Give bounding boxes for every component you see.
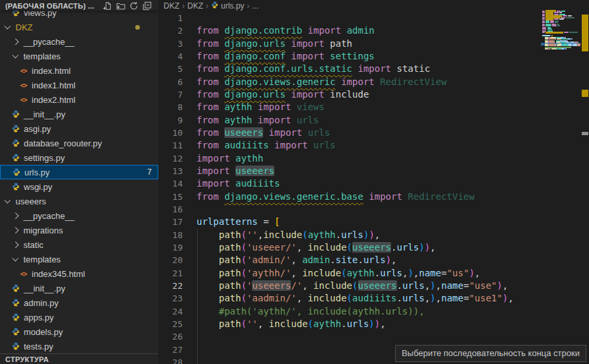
code-token: audiiits [352, 293, 396, 303]
code-token: aythh [235, 153, 263, 164]
minimap-line-bar [551, 35, 551, 36]
code-line[interactable]: 11from audiiits import urls [158, 139, 541, 152]
new-folder-icon[interactable] [116, 1, 125, 11]
code-token [197, 318, 219, 329]
code-line-content: from useeers import urls [183, 127, 330, 138]
file-row[interactable]: tests.py [0, 339, 158, 353]
file-row[interactable]: wsgi.py [0, 179, 158, 194]
breadcrumb-label: DKZ [164, 1, 179, 11]
tree-item-label: database_roouter.py [24, 138, 102, 148]
file-row[interactable]: apps.py [0, 310, 158, 324]
code-line[interactable]: 4from django.conf import settings [158, 50, 541, 63]
code-line[interactable]: 9from aythh import urls [158, 114, 541, 127]
code-line[interactable]: 1 [158, 12, 541, 24]
line-number: 26 [158, 330, 183, 343]
refresh-icon[interactable] [129, 1, 139, 11]
code-line[interactable]: 14import audiiits [158, 177, 541, 190]
file-row[interactable]: <>index345.html [0, 266, 158, 281]
code-line[interactable]: 21 path('aythh/', include(aythh.urls,),n… [158, 267, 541, 280]
file-row[interactable]: <>index2.html [0, 92, 158, 107]
editor-pane[interactable]: DKZ›DKZ› urls.py›... 12from django.contr… [158, 0, 589, 364]
code-token: 'admin/' [247, 255, 291, 265]
file-row[interactable]: asgi.py [0, 121, 158, 136]
minimap-line-bar [542, 15, 545, 16]
code-line[interactable]: 15from django.views.generic.base import … [158, 191, 541, 203]
code-token: ( [352, 280, 357, 291]
code-area[interactable]: 12from django.contrib import admin3from … [158, 12, 541, 364]
breadcrumb-item[interactable]: urls.py [211, 1, 244, 11]
code-line[interactable]: 26 [158, 330, 541, 343]
code-line[interactable]: 25 path('', include(aythh.urls)), [158, 318, 541, 330]
code-line-content: from django.conf import settings [183, 51, 375, 61]
code-line[interactable]: 19 path('useeer/', include(useeers.urls)… [158, 241, 541, 254]
tree-item-label: tests.py [24, 342, 53, 351]
line-number: 5 [158, 63, 183, 75]
folder-row[interactable]: migrations [0, 223, 158, 237]
code-token: settings [330, 51, 374, 61]
file-row[interactable]: <>index1.html [0, 78, 158, 92]
code-line[interactable]: 3from django.urls import path [158, 38, 541, 50]
code-line[interactable]: 16 [158, 203, 541, 216]
code-line[interactable]: 12import aythh [158, 152, 541, 165]
code-token: import [269, 127, 303, 138]
folder-row[interactable]: templates [0, 252, 158, 266]
folder-row[interactable]: static [0, 237, 158, 252]
line-number: 15 [158, 191, 183, 203]
code-token [197, 268, 219, 278]
breadcrumb-item[interactable]: ... [252, 1, 259, 11]
code-line[interactable]: 5from django.conf.urls.static import sta… [158, 63, 541, 75]
code-line-content: from django.urls import include [183, 89, 369, 100]
code-line[interactable]: 13import useeers [158, 165, 541, 177]
file-row[interactable]: urls.py7 [0, 165, 158, 179]
code-line[interactable]: 18 path('',include(aythh.urls)), [158, 229, 541, 241]
line-number: 24 [158, 305, 183, 318]
code-line-content: path('aythh/', include(aythh.urls,),name… [183, 268, 480, 278]
code-line[interactable]: 8from aythh import views [158, 101, 541, 113]
code-token: static [396, 63, 430, 74]
code-token: path [219, 242, 241, 253]
file-row[interactable]: <>index.html [0, 63, 158, 78]
code-token: ( [241, 255, 246, 265]
code-line[interactable]: 17urlpatterns = [ [158, 216, 541, 228]
file-row[interactable]: settings.py [0, 150, 158, 165]
new-file-icon[interactable] [103, 1, 112, 11]
code-token: aythh [224, 115, 252, 125]
python-file-icon [11, 313, 20, 322]
overview-ruler[interactable] [580, 0, 589, 364]
line-number: 17 [158, 216, 183, 228]
code-line[interactable]: 24 #path('aythh/', include(aythh.urls)), [158, 305, 541, 318]
code-line[interactable]: 2from django.contrib import admin [158, 24, 541, 37]
collapse-all-icon[interactable] [142, 1, 152, 11]
code-line[interactable]: 10from useeers import urls [158, 127, 541, 139]
minimap-line-bar [550, 22, 554, 23]
python-file-icon [11, 284, 20, 293]
code-token: django.contrib [224, 25, 302, 36]
folder-row[interactable]: templates [0, 49, 158, 63]
file-row[interactable]: database_roouter.py [0, 136, 158, 150]
code-token: include [263, 229, 302, 240]
code-line[interactable]: 23 path('aadmin/', include(audiiits.urls… [158, 292, 541, 305]
vscode-window: views.pyDKZ__pycache__templates<>index.h… [0, 0, 589, 364]
file-row[interactable]: admin.py [0, 295, 158, 310]
folder-row[interactable]: __pycache__ [0, 208, 158, 223]
code-line[interactable]: 6from django.views.generic import Redire… [158, 76, 541, 88]
line-number: 23 [158, 292, 183, 305]
minimap[interactable] [541, 0, 580, 364]
breadcrumb-item[interactable]: DKZ [164, 1, 179, 11]
outline-title: СТРУКТУРА [0, 355, 49, 363]
code-token: ) [375, 318, 380, 329]
file-row[interactable]: __init__.py [0, 281, 158, 295]
folder-row[interactable]: useeers [0, 194, 158, 208]
code-line[interactable]: 22 path('useeers/', include(useeers.urls… [158, 280, 541, 292]
code-token: , [436, 293, 441, 303]
code-token [263, 127, 268, 138]
outline-section-header[interactable]: СТРУКТУРА [0, 353, 158, 364]
breadcrumb-item[interactable]: DKZ [187, 1, 203, 11]
folder-row[interactable]: __pycache__ [0, 34, 158, 49]
file-row[interactable]: __init__.py [0, 107, 158, 121]
file-row[interactable]: models.py [0, 324, 158, 339]
code-line[interactable]: 20 path('admin/', admin.site.urls), [158, 254, 541, 266]
code-line[interactable]: 7from django.urls import include [158, 88, 541, 101]
code-token: ) [425, 242, 430, 253]
folder-row[interactable]: DKZ [0, 20, 158, 34]
